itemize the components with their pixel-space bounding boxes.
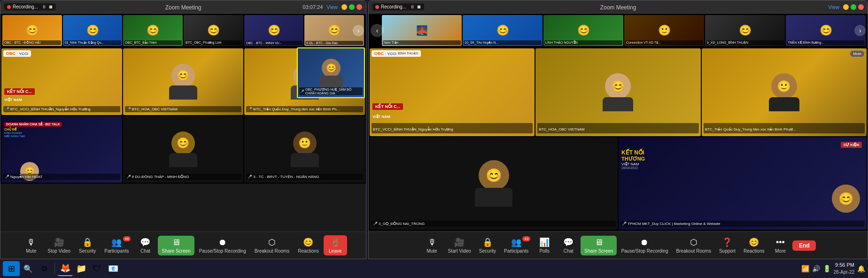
security-button[interactable]: 🔒 Security xyxy=(75,235,100,255)
video-cell-1: 😊 🎤 BTC_HOA_OBC VIETNAM xyxy=(123,48,244,115)
video-cell-0: OBC | VCCI KẾT NỐI C... VIỆT NAM 🎤 BTC_V… xyxy=(1,48,122,115)
cell-label-1: 🎤 BTC_HOA_OBC VIETNAM xyxy=(125,106,242,112)
recording-label-btn: Pause/Stop Recording xyxy=(199,248,246,254)
right-breakout-label: Breakout Rooms xyxy=(676,248,711,254)
stop-video-button[interactable]: 🎥 Stop Video xyxy=(44,235,74,255)
right-maximize-button[interactable] xyxy=(851,4,856,10)
right-view-label[interactable]: View xyxy=(828,4,839,10)
right-thumb-prev-arrow[interactable]: ‹ xyxy=(371,24,384,37)
thumbnail-4[interactable]: 😊 OBC - BTC - MINH VU - xyxy=(244,15,304,46)
thumbnail-3[interactable]: 😊 BTC_OBC_Phương Linh xyxy=(184,15,243,46)
right-more-button[interactable]: ••• More xyxy=(768,236,792,255)
right-cell-name-0: BTC_VCCI_BÌNH THUẬN_Nguyễn Hữu Trường xyxy=(373,127,453,131)
viet-nam-text: VIỆT NAM xyxy=(4,98,22,102)
close-button[interactable] xyxy=(356,4,362,10)
right-recording-badge: Recording... ⏸ ⏹ xyxy=(372,3,424,10)
right-toolbar: 🎙 Mute 🎥 Start Video 🔒 Security 👥 Partic… xyxy=(369,232,868,259)
right-cell-name-1: BTC_HOA_OBC VIETNAM xyxy=(539,127,584,131)
right-more-label: More xyxy=(775,248,786,254)
ket-noi-text: KẾT NỐI C... xyxy=(4,88,35,95)
stop-icon[interactable]: ⏹ xyxy=(48,4,53,9)
right-recording-button[interactable]: ⏺ Pause/Stop Recording xyxy=(617,236,672,255)
chat-button[interactable]: 💬 Chat xyxy=(133,235,157,255)
volume-icon: 🔊 xyxy=(812,265,820,272)
right-stop-icon[interactable]: ⏹ xyxy=(417,4,421,9)
participants-wrapper: 👥 Participants 46 xyxy=(101,235,132,255)
right-close-button[interactable] xyxy=(858,4,864,10)
thumbnail-1[interactable]: 😊 01_Ninh Thuận Đặng Qu... xyxy=(63,15,123,46)
breakout-rooms-button[interactable]: ⬡ Breakout Rooms xyxy=(251,235,293,255)
taskbar-clock: 9:56 PM 28-Apr-22 xyxy=(834,262,854,275)
left-toolbar: 🎙 Mute 🎥 Stop Video 🔒 Security 👥 Partici… xyxy=(0,232,366,259)
pause-icon[interactable]: ⏸ xyxy=(42,4,46,9)
right-mute-button[interactable]: 🎙 Mute xyxy=(420,236,444,255)
taskview-button[interactable]: ⧉ xyxy=(37,261,52,276)
leave-button[interactable]: 🚪 Leave xyxy=(324,235,347,255)
right-video-icon: 🎥 xyxy=(454,237,465,247)
right-chat-button[interactable]: 💬 Chat xyxy=(557,235,580,255)
taskbar-time: 9:56 PM xyxy=(834,262,854,269)
right-title-bar: Recording... ⏸ ⏹ Zoom Meeting View xyxy=(369,0,868,14)
breakout-icon: ⬡ xyxy=(268,237,276,247)
right-participants-label: Participants xyxy=(504,248,528,254)
search-button[interactable]: 🔍 xyxy=(21,261,36,276)
right-support-button[interactable]: ❓ Support xyxy=(715,235,739,255)
reactions-icon: 😊 xyxy=(303,237,313,247)
recording-icon: ⏺ xyxy=(218,238,227,247)
right-share-screen-button[interactable]: 🖥 Share Screen xyxy=(581,236,617,255)
right-security-button[interactable]: 🔒 Security xyxy=(475,235,500,255)
right-thumb-2[interactable]: 😊 LINH THẢO NGUYỄN xyxy=(543,15,623,46)
right-thumb-0[interactable]: 🌉 Nam Trần xyxy=(382,15,462,46)
recording-dot xyxy=(7,5,11,9)
right-cell-label-0: BTC_VCCI_BÌNH THUẬN_Nguyễn Hữu Trường xyxy=(372,123,533,133)
right-bottom-label-1: 🎤 TPHCM MKT_Duy CLICK | Marketing Online… xyxy=(620,221,865,227)
minimize-button[interactable] xyxy=(341,4,347,10)
taskbar-divider xyxy=(54,263,55,274)
share-screen-button[interactable]: 🖥 Share Screen xyxy=(158,236,194,255)
reactions-button[interactable]: 😊 Reactions xyxy=(294,235,322,255)
right-thumb-4[interactable]: 😊 9_XD_LONG_BÌNH THUẬN xyxy=(705,15,785,46)
thumb-label-0: OBC - BTC - ĐỒNG HẢI xyxy=(3,40,61,45)
right-thumb-5[interactable]: 😊 TRẦN KẾ BÌNH Bương... xyxy=(786,15,866,46)
thumbnail-2[interactable]: 😊 OBC_BTC_Bảo Trâm xyxy=(123,15,183,46)
right-thumb-1[interactable]: 😊 10_SK_Thu Huyền-N... xyxy=(463,15,542,46)
right-reactions-button[interactable]: 😊 Reactions xyxy=(740,235,768,255)
mute-button[interactable]: 🎙 Mute xyxy=(19,236,43,255)
recording-button[interactable]: ⏺ Pause/Stop Recording xyxy=(195,236,250,255)
shield-taskbar-icon[interactable]: 🛡 xyxy=(90,261,105,276)
recording-label: Recording... xyxy=(13,4,38,9)
security-icon: 🔒 xyxy=(82,237,93,247)
right-chat-label: Chat xyxy=(564,248,574,254)
cell-label-5: 🎤 3 - TC - BRVT - TUYÊN - NGÂN HÀNG xyxy=(246,174,363,180)
thumb-label-5: 6 DL - BTC - Gia Dao xyxy=(305,41,363,45)
right-thumb-3[interactable]: 🙂 Connection VT-XD Tố... xyxy=(624,15,704,46)
right-thumb-label-3: Connection VT-XD Tố... xyxy=(625,40,703,45)
right-end-button[interactable]: End xyxy=(792,240,816,251)
maximize-button[interactable] xyxy=(349,4,355,10)
right-minimize-button[interactable] xyxy=(843,4,849,10)
right-cell-name-2: BTC_Trần Quốc Duy_Trung tâm xúc tiến Bìn… xyxy=(705,127,796,131)
right-window-title: Zoom Meeting xyxy=(600,4,636,11)
right-thumb-label-4: 9_XD_LONG_BÌNH THUẬN xyxy=(706,40,784,45)
firefox-taskbar-icon[interactable]: 🦊 xyxy=(58,261,73,276)
cell-name-2: BTC_Trần Quốc Duy_Trung tâm xúc tiến Bìn… xyxy=(253,107,340,111)
thumbnails-next-arrow[interactable]: › xyxy=(353,25,364,36)
right-security-label: Security xyxy=(479,248,496,254)
right-pause-icon[interactable]: ⏸ xyxy=(410,4,415,9)
right-polls-button[interactable]: 📊 Polls xyxy=(533,235,556,255)
right-ket-noi: KẾT NỐI C... xyxy=(372,103,403,110)
chat-icon: 💬 xyxy=(140,237,150,247)
right-start-video-button[interactable]: 🎥 Start Video xyxy=(444,235,475,255)
mail-taskbar-icon[interactable]: 📧 xyxy=(106,261,121,276)
right-video-cell-1: 😊 BTC_HOA_OBC VIETNAM xyxy=(535,48,700,136)
start-button[interactable]: ⊞ xyxy=(3,261,20,276)
right-polls-icon: 📊 xyxy=(539,237,550,247)
right-thumbnails-strip: ‹ 🌉 Nam Trần 😊 10_SK_Thu Huyền-N... 😊 LI… xyxy=(369,14,868,47)
right-thumb-next-arrow[interactable]: › xyxy=(854,25,866,36)
view-label[interactable]: View xyxy=(326,4,338,10)
thumbnail-0[interactable]: 😊 OBC - BTC - ĐỒNG HẢI xyxy=(2,15,62,46)
notification-icon[interactable]: 🔔 xyxy=(857,265,865,272)
reactions-label: Reactions xyxy=(298,248,318,254)
right-breakout-rooms-button[interactable]: ⬡ Breakout Rooms xyxy=(672,235,714,255)
explorer-taskbar-icon[interactable]: 📁 xyxy=(74,261,89,276)
